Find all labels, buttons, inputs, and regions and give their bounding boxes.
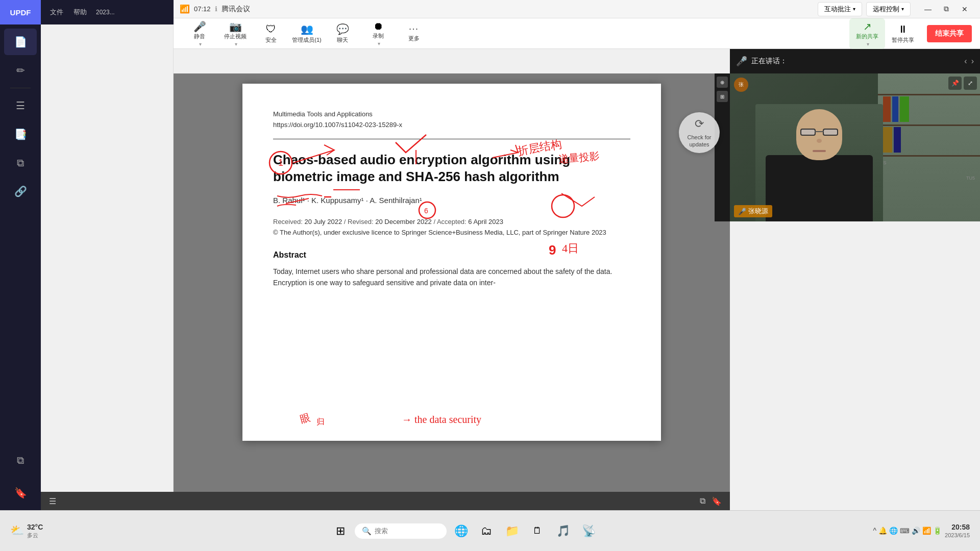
- taskbar-icon-globe[interactable]: 🌐: [450, 520, 472, 542]
- chat-button[interactable]: 💬 聊天: [325, 21, 360, 46]
- right-btn-2[interactable]: ⊞: [717, 91, 728, 102]
- share-chevron-icon[interactable]: ▾: [867, 41, 869, 47]
- maximize-up-btn[interactable]: —: [919, 0, 937, 18]
- end-share-button[interactable]: 结束共享: [927, 25, 972, 42]
- temperature: 32°C: [27, 522, 43, 532]
- journal-name: Multimedia Tools and Applications: [273, 109, 630, 120]
- left-icon-bar: 📄 ✏ ☰ 📑 ⧉ 🔗 ⧉ 🔖: [0, 24, 41, 510]
- share-icon: ↗: [863, 20, 872, 33]
- bookmark-icon: 🔖: [14, 487, 27, 499]
- stop-video-button[interactable]: 📷 停止视频 ▾: [217, 18, 253, 49]
- doc-title: 2023...: [96, 9, 115, 16]
- tray-volume-icon[interactable]: 🔊: [912, 527, 920, 535]
- security-button[interactable]: 🛡 安全: [253, 21, 289, 46]
- updf-menu: 文件 帮助: [41, 8, 92, 17]
- sidebar-item-share[interactable]: 🔗: [4, 178, 37, 205]
- tray-wifi-icon[interactable]: 📶: [922, 527, 931, 535]
- weather-icon: ⛅: [10, 524, 24, 537]
- taskbar-icon-note[interactable]: 🗒: [526, 520, 549, 542]
- clock-widget[interactable]: 20:58 2023/6/15: [945, 522, 970, 539]
- updf-bottom-bar: ☰ ⧉ 🔖: [41, 492, 730, 510]
- bookmark-bottom-icon[interactable]: 🔖: [712, 496, 722, 506]
- right-btn-1[interactable]: ⊕: [717, 77, 728, 88]
- speaking-bar: 🎤 正在讲话： ‹ ›: [730, 49, 980, 73]
- taskbar-icon-music[interactable]: 🎵: [552, 520, 574, 542]
- mute-button[interactable]: 🎤 静音 ▾: [182, 18, 217, 49]
- speaking-mic-icon: 🎤: [736, 56, 747, 67]
- pause-share-button[interactable]: ⏸ 暂停共享: [885, 21, 921, 46]
- taskbar-icon-files[interactable]: 🗂: [475, 520, 498, 542]
- camera-chevron-icon[interactable]: ▾: [235, 41, 237, 47]
- restore-btn[interactable]: ⧉: [937, 0, 955, 18]
- sidebar-item-pages[interactable]: 📑: [4, 121, 37, 147]
- speaking-btn-right[interactable]: ›: [971, 57, 974, 66]
- video-user-avatar: 张: [734, 78, 748, 92]
- sidebar-item-view[interactable]: 📄: [4, 29, 37, 55]
- tencent-title-bar: 📶 07:12 ℹ 腾讯会议 互动批注 ▾ 远程控制 ▾ — ⧉ ✕: [174, 0, 980, 18]
- meeting-name: 腾讯会议: [222, 5, 814, 14]
- tray-keyboard-icon[interactable]: ⌨: [900, 527, 910, 535]
- pdf-page: Multimedia Tools and Applications https:…: [242, 84, 661, 441]
- layers-bottom-icon[interactable]: ⧉: [700, 496, 705, 506]
- tray-network-icon[interactable]: 🌐: [889, 527, 898, 535]
- video-nametag: 🎤 张晓源: [734, 205, 772, 217]
- shield-icon: 🛡: [266, 23, 276, 35]
- record-chevron-icon[interactable]: ▾: [378, 41, 380, 46]
- camera-icon: 📷: [229, 20, 242, 33]
- members-button[interactable]: 👥 管理成员(1): [289, 21, 325, 46]
- right-sidebar-btns: ⊕ ⊞: [715, 73, 730, 221]
- check-for-updates-button[interactable]: ⟳ Check for updates: [679, 112, 720, 153]
- sidebar-item-duplicate[interactable]: ⧉: [4, 149, 37, 176]
- pdf-viewer[interactable]: Multimedia Tools and Applications https:…: [174, 73, 730, 492]
- updf-menu-file[interactable]: 文件: [45, 8, 68, 17]
- record-icon: ⏺: [373, 20, 383, 32]
- window-controls: — ⧉ ✕: [919, 0, 974, 18]
- tray-caret-icon[interactable]: ^: [873, 527, 876, 535]
- search-icon: 🔍: [362, 527, 372, 536]
- record-button[interactable]: ⏺ 录制 ▾: [360, 18, 396, 48]
- updf-logo: UPDF: [0, 0, 41, 24]
- taskbar-icon-folder[interactable]: 📁: [501, 520, 523, 542]
- sidebar-item-layers[interactable]: ⧉: [4, 447, 37, 473]
- pdf-title: Chaos-based audio encryption algorithm u…: [273, 152, 630, 186]
- accepted-date: 6 April 2023: [468, 218, 503, 226]
- taskbar-center: ⊞ 🔍 🌐 🗂 📁 🗒 🎵 📡: [153, 520, 776, 542]
- new-share-button[interactable]: ↗ 新的共享 ▾: [849, 18, 885, 49]
- list-icon: ☰: [16, 99, 25, 112]
- taskbar-right: ^ 🔔 🌐 ⌨ 🔊 📶 🔋 20:58 2023/6/15: [776, 522, 970, 539]
- sidebar-item-bookmark[interactable]: 🔖: [4, 480, 37, 506]
- video-feed: IS TU5 🎤 张晓源 📌 ⤢: [730, 73, 980, 221]
- more-button[interactable]: ··· 更多: [396, 22, 432, 44]
- sidebar-item-edit[interactable]: ✏: [4, 57, 37, 84]
- svg-text:→ the data security: → the data security: [402, 414, 481, 425]
- taskbar-icon-tencent[interactable]: 📡: [577, 520, 600, 542]
- video-pin-btn[interactable]: 📌: [948, 77, 962, 90]
- layers-icon: ⧉: [17, 455, 24, 466]
- pdf-meta: Multimedia Tools and Applications https:…: [273, 109, 630, 139]
- copyright: © The Author(s), under exclusive licence…: [273, 229, 606, 236]
- close-btn[interactable]: ✕: [955, 0, 974, 18]
- mic-chevron-icon[interactable]: ▾: [199, 41, 202, 47]
- more-icon: ···: [409, 24, 419, 34]
- weather-description: 多云: [27, 532, 43, 539]
- bottom-menu-icon[interactable]: ☰: [49, 496, 56, 506]
- svg-text:眼: 眼: [299, 411, 311, 424]
- sidebar-item-list[interactable]: ☰: [4, 92, 37, 119]
- search-input[interactable]: [375, 527, 415, 535]
- search-bar[interactable]: 🔍: [355, 523, 447, 539]
- hudong-btn[interactable]: 互动批注 ▾: [818, 2, 862, 16]
- doi: https://doi.org/10.1007/s11042-023-15289…: [273, 120, 630, 131]
- clock-time: 20:58: [945, 522, 970, 532]
- start-button[interactable]: ⊞: [329, 520, 352, 542]
- yuancheng-btn[interactable]: 远程控制 ▾: [866, 2, 911, 16]
- meeting-time: 07:12: [194, 5, 211, 13]
- pdf-authors: B. Rahul¹ · K. Kuppusamy¹ · A. Senthilra…: [273, 196, 630, 205]
- sys-tray: ^ 🔔 🌐 ⌨ 🔊 📶 🔋: [873, 527, 942, 535]
- members-icon: 👥: [301, 23, 313, 35]
- tray-notification-icon[interactable]: 🔔: [878, 527, 887, 535]
- updf-menu-help[interactable]: 帮助: [68, 8, 92, 17]
- weather-widget[interactable]: ⛅ 32°C 多云: [10, 522, 43, 539]
- tray-battery-icon[interactable]: 🔋: [933, 527, 942, 535]
- video-expand-btn[interactable]: ⤢: [964, 77, 977, 90]
- speaking-btn-left[interactable]: ‹: [964, 57, 967, 66]
